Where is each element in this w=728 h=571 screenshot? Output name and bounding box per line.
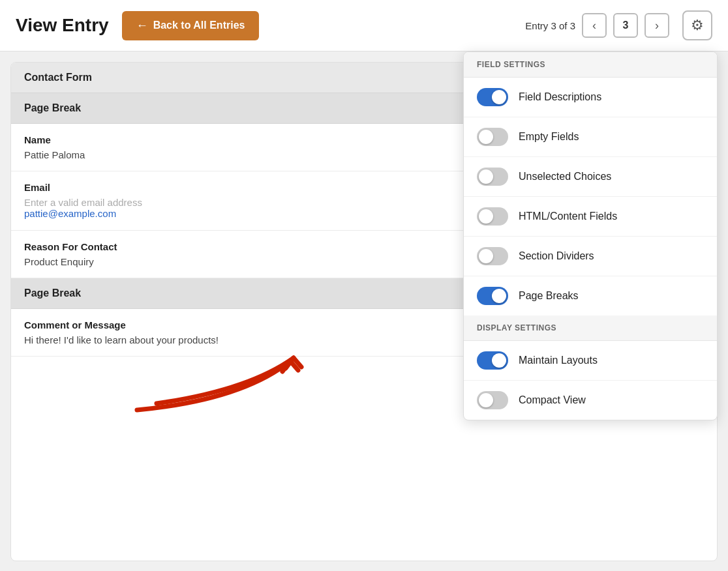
prev-entry-button[interactable]: ‹: [582, 13, 607, 38]
next-entry-button[interactable]: ›: [645, 13, 669, 38]
toggle-section-dividers[interactable]: [477, 247, 508, 265]
toggle-thumb-unselected-choices: [479, 169, 493, 184]
toggle-row-page-breaks: Page Breaks: [464, 276, 717, 315]
main-area: Contact Form Page Break Name Pattie Palo…: [0, 51, 728, 571]
page-title: View Entry: [16, 15, 109, 36]
toggle-thumb-empty-fields: [479, 130, 493, 144]
toggle-label-page-breaks: Page Breaks: [519, 290, 579, 302]
toggle-html-content-fields[interactable]: [477, 207, 508, 226]
gear-icon: ⚙: [691, 17, 704, 34]
toggle-empty-fields[interactable]: [477, 128, 508, 146]
toggle-compact-view[interactable]: [477, 391, 508, 409]
toggle-label-section-dividers: Section Dividers: [519, 250, 594, 262]
toggle-thumb-section-dividers: [479, 249, 493, 263]
settings-panel: FIELD SETTINGS Field DescriptionsEmpty F…: [463, 51, 718, 420]
email-link[interactable]: pattie@example.com: [24, 208, 116, 219]
header: View Entry ← Back to All Entries Entry 3…: [0, 0, 728, 51]
toggle-row-html-content-fields: HTML/Content Fields: [464, 197, 717, 237]
toggle-page-breaks[interactable]: [477, 287, 508, 305]
toggle-thumb-maintain-layouts: [492, 353, 506, 368]
toggle-row-unselected-choices: Unselected Choices: [464, 157, 717, 197]
toggle-label-html-content-fields: HTML/Content Fields: [519, 211, 617, 222]
toggle-row-compact-view: Compact View: [464, 381, 717, 420]
toggle-row-empty-fields: Empty Fields: [464, 117, 717, 157]
back-button-label: Back to All Entries: [153, 20, 245, 31]
field-settings-title: FIELD SETTINGS: [464, 52, 717, 78]
toggle-label-empty-fields: Empty Fields: [519, 131, 579, 143]
toggle-row-section-dividers: Section Dividers: [464, 237, 717, 276]
entry-number: 3: [613, 13, 638, 38]
toggle-row-maintain-layouts: Maintain Layouts: [464, 341, 717, 381]
toggle-field-descriptions[interactable]: [477, 88, 508, 106]
toggle-thumb-field-descriptions: [492, 90, 506, 104]
toggle-label-field-descriptions: Field Descriptions: [519, 91, 601, 103]
toggle-thumb-page-breaks: [492, 289, 506, 303]
toggle-label-unselected-choices: Unselected Choices: [519, 171, 611, 183]
entry-label: Entry 3 of 3: [525, 20, 575, 31]
back-arrow-icon: ←: [136, 19, 148, 33]
settings-button[interactable]: ⚙: [682, 10, 712, 40]
toggle-label-compact-view: Compact View: [519, 394, 586, 406]
toggle-label-maintain-layouts: Maintain Layouts: [519, 355, 598, 366]
back-button[interactable]: ← Back to All Entries: [122, 11, 260, 40]
toggle-row-field-descriptions: Field Descriptions: [464, 78, 717, 117]
toggle-thumb-html-content-fields: [479, 209, 493, 224]
toggle-thumb-compact-view: [479, 393, 493, 407]
field-toggles: Field DescriptionsEmpty FieldsUnselected…: [464, 78, 717, 315]
toggle-unselected-choices[interactable]: [477, 168, 508, 186]
toggle-maintain-layouts[interactable]: [477, 351, 508, 370]
display-toggles: Maintain LayoutsCompact View: [464, 341, 717, 420]
entry-nav: Entry 3 of 3 ‹ 3 ›: [525, 13, 669, 38]
display-settings-title: DISPLAY SETTINGS: [464, 315, 717, 341]
